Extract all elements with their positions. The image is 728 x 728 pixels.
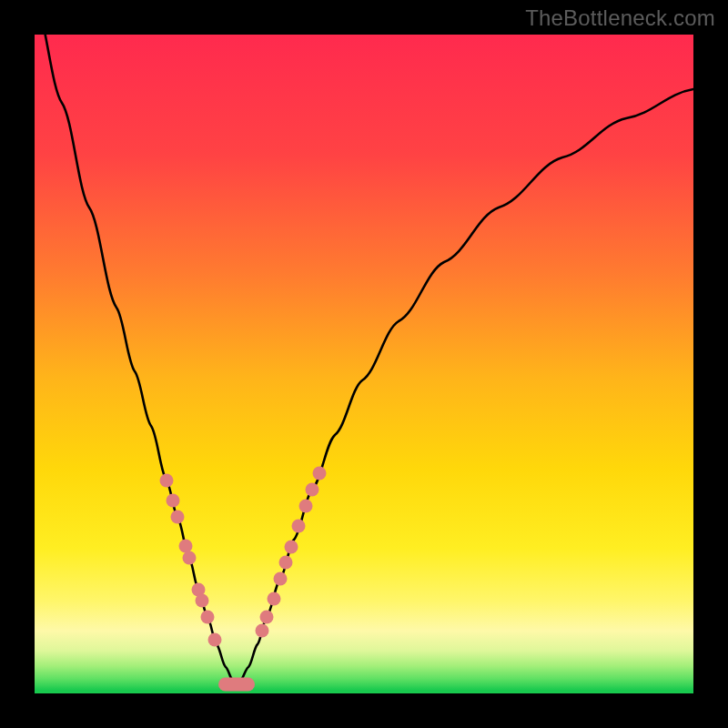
- marker-dot: [279, 556, 293, 570]
- watermark-text: TheBottleneck.com: [525, 5, 715, 31]
- marker-dot: [274, 572, 288, 586]
- marker-dot: [268, 592, 281, 606]
- marker-dot: [256, 624, 269, 638]
- marker-dot: [196, 594, 209, 608]
- marker-dot: [183, 551, 197, 565]
- marker-dot: [167, 494, 180, 508]
- marker-dot: [313, 467, 327, 480]
- marker-dot: [260, 611, 274, 624]
- bottleneck-curve: [35, 35, 693, 685]
- marker-dot: [208, 633, 222, 647]
- curve-svg: [35, 35, 693, 693]
- plot-area: [35, 35, 693, 693]
- outer-frame: TheBottleneck.com: [0, 0, 728, 728]
- marker-dot: [171, 511, 185, 524]
- marker-dot: [201, 611, 215, 624]
- marker-bottom-pill: [218, 678, 255, 692]
- marker-dot: [292, 520, 306, 533]
- marker-dot: [160, 474, 174, 488]
- marker-dot: [306, 483, 319, 497]
- marker-dot: [299, 500, 313, 513]
- marker-dot: [285, 541, 298, 554]
